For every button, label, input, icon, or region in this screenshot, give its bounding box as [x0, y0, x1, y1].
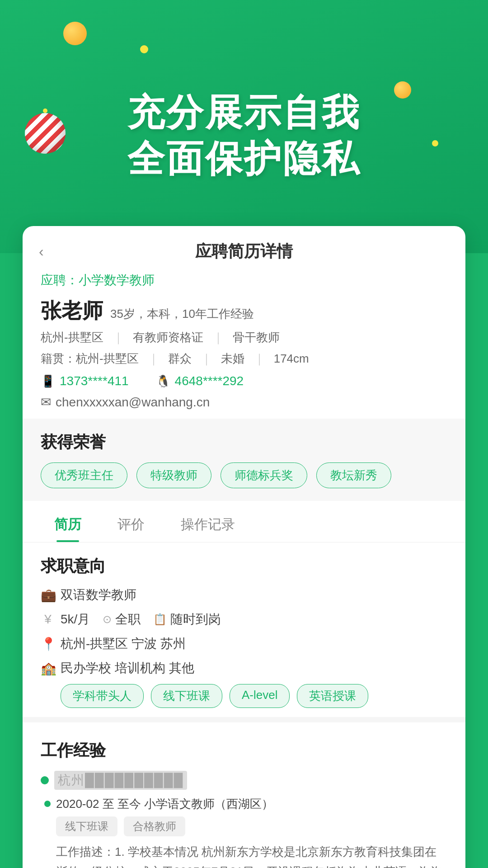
email-address: chenxxxxxan@wanhang.cn [56, 395, 210, 410]
tab-record[interactable]: 操作记录 [167, 505, 249, 542]
work-bullet [44, 801, 51, 807]
location-row: 杭州-拱墅区 ｜ 有教师资格证 ｜ 骨干教师 [23, 327, 465, 348]
tag-label: 骨干教师 [233, 330, 280, 345]
deco-gold-circle-1 [63, 22, 87, 45]
tab-resume[interactable]: 简历 [41, 505, 95, 542]
school-icon: 🏫 [41, 661, 55, 676]
location-icon: 📍 [41, 637, 55, 651]
qq-item: 🐧 4648****292 [156, 374, 244, 388]
deco-striped-ball [25, 113, 66, 154]
intent-tag-3: 英语授课 [297, 684, 368, 708]
intent-job: 双语数学教师 [61, 586, 136, 604]
qq-icon: 🐧 [156, 374, 170, 388]
resume-card: ‹ 应聘简历详情 应聘：小学数学教师 张老师 35岁，本科，10年工作经验 杭州… [23, 226, 465, 868]
intent-tags-row: 学科带头人 线下班课 A-level 英语授课 [41, 684, 447, 708]
person-name: 张老师 [41, 297, 103, 325]
deco-dot-2 [432, 140, 438, 146]
work-tag-1: 合格教师 [124, 816, 185, 836]
political-label: 群众 [168, 351, 192, 367]
honor-tag-0: 优秀班主任 [41, 462, 127, 488]
work-description: 工作描述：1. 学校基本情况 杭州新东方学校是北京新东方教育科技集团在浙的一级分… [56, 842, 447, 868]
intent-school-row: 🏫 民办学校 培训机构 其他 [41, 660, 447, 677]
intent-locations: 杭州-拱墅区 宁波 苏州 [61, 635, 186, 652]
tabs-row: 简历 评价 操作记录 [23, 505, 465, 542]
work-period: 2020-02 至 至今 小学语文教师（西湖区） [56, 796, 447, 812]
divider [23, 717, 465, 722]
tab-comment[interactable]: 评价 [104, 505, 158, 542]
intent-type-sub: ⊙ 全职 [103, 611, 141, 628]
intent-tag-1: 线下班课 [151, 684, 222, 708]
person-name-row: 张老师 35岁，本科，10年工作经验 [23, 293, 465, 327]
company-name: 杭州██████████ [54, 771, 187, 790]
intent-tag-2: A-level [230, 684, 290, 708]
phone-item: 📱 1373****411 [41, 374, 129, 388]
salary-icon: ¥ [41, 612, 55, 627]
card-title: 应聘简历详情 [195, 241, 293, 263]
intent-section: 求职意向 💼 双语数学教师 ¥ 5k/月 ⊙ 全职 📋 随时到岗 📍 杭州-拱墅… [23, 542, 465, 712]
intent-tag-0: 学科带头人 [61, 684, 144, 708]
card-header: ‹ 应聘简历详情 [23, 226, 465, 272]
phone-number: 1373****411 [60, 374, 129, 388]
honor-tag-2: 师德标兵奖 [221, 462, 307, 488]
intent-available-sub: 📋 随时到岗 [153, 611, 221, 628]
intent-salary: 5k/月 [61, 611, 90, 628]
qq-number: 4648****292 [175, 374, 244, 388]
email-icon: ✉ [41, 395, 51, 410]
cert-label: 有教师资格证 [133, 330, 203, 345]
company-row: 杭州██████████ [41, 771, 447, 790]
intent-available: 随时到岗 [170, 611, 221, 628]
contact-row: 📱 1373****411 🐧 4648****292 [23, 369, 465, 393]
person-meta: 35岁，本科，10年工作经验 [110, 306, 254, 322]
intent-title: 求职意向 [41, 555, 447, 577]
work-content: 2020-02 至 至今 小学语文教师（西湖区） 线下班课 合格教师 工作描述：… [56, 796, 447, 868]
marriage-label: 未婚 [221, 351, 244, 367]
header-line2: 全面保护隐私 [127, 137, 361, 180]
work-section: 工作经验 杭州██████████ 2020-02 至 至今 小学语文教师（西湖… [23, 727, 465, 868]
honor-section: 获得荣誉 优秀班主任 特级教师 师德标兵奖 教坛新秀 [23, 419, 465, 501]
work-tags-row: 线下班课 合格教师 [56, 816, 447, 836]
company-dot [41, 776, 49, 784]
intent-salary-row: ¥ 5k/月 ⊙ 全职 📋 随时到岗 [41, 611, 447, 628]
work-title: 工作经验 [41, 740, 447, 762]
intent-schools: 民办学校 培训机构 其他 [61, 660, 194, 677]
native-label: 籍贯：杭州-拱墅区 [41, 351, 139, 367]
honor-tag-3: 教坛新秀 [316, 462, 391, 488]
deco-dot-1 [140, 45, 148, 53]
intent-type: 全职 [115, 611, 141, 628]
job-icon: 💼 [41, 588, 55, 603]
location-label: 杭州-拱墅区 [41, 330, 103, 345]
work-item: 2020-02 至 至今 小学语文教师（西湖区） 线下班课 合格教师 工作描述：… [41, 796, 447, 868]
intent-location-row: 📍 杭州-拱墅区 宁波 苏州 [41, 635, 447, 652]
work-tag-0: 线下班课 [56, 816, 117, 836]
header-title: 充分展示自我 全面保护隐私 [127, 91, 361, 180]
honor-tags-row: 优秀班主任 特级教师 师德标兵奖 教坛新秀 [41, 462, 447, 488]
honor-title: 获得荣誉 [41, 431, 447, 453]
honor-tag-1: 特级教师 [136, 462, 211, 488]
intent-job-row: 💼 双语数学教师 [41, 586, 447, 604]
height-label: 174cm [274, 352, 309, 366]
email-row: ✉ chenxxxxxan@wanhang.cn [23, 393, 465, 417]
phone-icon: 📱 [41, 374, 55, 388]
deco-dot-3 [43, 108, 47, 113]
intent-multi: 5k/月 ⊙ 全职 📋 随时到岗 [61, 611, 221, 628]
deco-gold-circle-2 [394, 81, 411, 99]
header-line1: 充分展示自我 [127, 91, 361, 134]
personal-info-row: 籍贯：杭州-拱墅区 ｜ 群众 ｜ 未婚 ｜ 174cm [23, 348, 465, 369]
header-area: 充分展示自我 全面保护隐私 [0, 0, 488, 253]
back-button[interactable]: ‹ [39, 243, 44, 260]
apply-info: 应聘：小学数学教师 [23, 272, 465, 293]
